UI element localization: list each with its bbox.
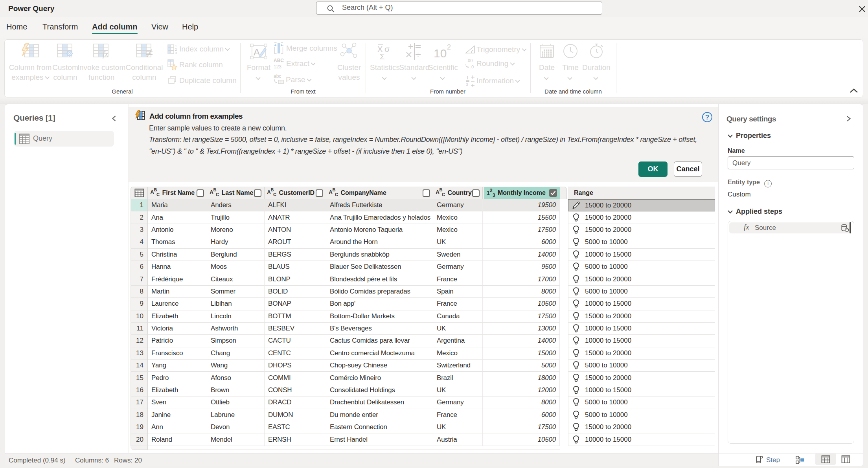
svg-text:abc: abc [274,73,281,79]
svg-text:C: C [273,192,276,197]
svg-text:2: 2 [490,188,493,193]
svg-text:C: C [442,192,445,197]
svg-text:A: A [254,47,260,57]
svg-text:C: C [335,192,338,197]
svg-text:123: 123 [274,64,281,70]
svg-text:3: 3 [493,193,495,198]
svg-text:B: B [213,187,217,192]
svg-text:B: B [154,187,157,192]
svg-text:3: 3 [466,83,468,87]
svg-text:fx: fx [103,50,108,59]
svg-text:.00: .00 [467,58,473,63]
svg-text:Σ: Σ [380,52,384,61]
svg-text:C: C [156,192,160,197]
svg-text:B: B [333,187,336,192]
svg-text:C: C [216,192,219,197]
svg-text:B: B [271,187,274,192]
svg-text:.0: .0 [470,64,474,69]
svg-text:ABC: ABC [274,58,284,63]
svg-text:10: 10 [434,47,447,60]
svg-text:B: B [440,187,443,192]
svg-text:σ: σ [384,44,390,53]
svg-text:3: 3 [175,51,177,55]
svg-text:2: 2 [447,43,451,51]
